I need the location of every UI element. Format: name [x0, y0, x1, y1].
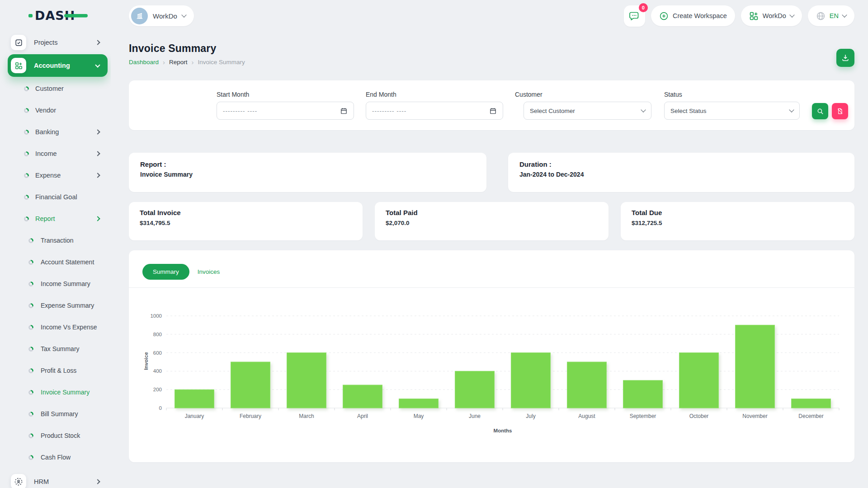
sidebar-item-transaction[interactable]: Transaction: [8, 230, 108, 251]
x-tick-label: June: [469, 413, 481, 419]
report-card-title: Report :: [140, 160, 475, 168]
sidebar-item-vendor[interactable]: Vendor: [8, 99, 108, 121]
sidebar-item-label: Transaction: [41, 237, 74, 244]
sidebar-item-label: Tax Summary: [41, 345, 80, 352]
grid-plus-icon: [11, 58, 26, 73]
language-selector[interactable]: EN: [808, 5, 854, 26]
y-tick-label: 400: [153, 368, 162, 374]
bullet-icon: [28, 390, 33, 395]
workspace-avatar: [131, 8, 148, 24]
start-month-input[interactable]: --------- ----: [217, 102, 354, 120]
bar-september[interactable]: [623, 380, 663, 408]
search-icon: [816, 108, 824, 115]
bar-january[interactable]: [175, 389, 214, 408]
y-axis-title: Invoice: [143, 352, 149, 370]
bar-august[interactable]: [567, 362, 607, 408]
sidebar-item-profit-loss[interactable]: Profit & Loss: [8, 360, 108, 381]
sidebar-item-hrm[interactable]: HRM: [8, 471, 108, 488]
bar-october[interactable]: [679, 353, 719, 408]
sidebar-item-label: Income Summary: [41, 280, 90, 287]
tab-invoices[interactable]: Invoices: [197, 264, 221, 280]
chat-bubble-icon: [629, 10, 640, 21]
page-title: Invoice Summary: [129, 42, 245, 55]
sidebar-item-income[interactable]: Income: [8, 143, 108, 164]
total-due-value: $312,725.5: [632, 220, 844, 226]
sidebar-item-accounting[interactable]: Accounting: [8, 54, 108, 77]
bar-april[interactable]: [343, 385, 382, 408]
x-tick-label: April: [357, 413, 368, 419]
tab-summary[interactable]: Summary: [142, 264, 189, 280]
sidebar-item-label: Banking: [35, 128, 59, 136]
y-tick-label: 1000: [150, 313, 162, 319]
workspace-selector[interactable]: WorkDo: [129, 5, 194, 26]
dash-logo-icon: DASH: [28, 6, 96, 24]
x-tick-label: February: [240, 413, 261, 419]
apply-filter-button[interactable]: [812, 103, 828, 119]
sidebar-item-account-statement[interactable]: Account Statement: [8, 251, 108, 273]
workspace-menu-button[interactable]: WorkDo: [741, 5, 802, 26]
x-tick-label: May: [414, 413, 424, 419]
status-select-value: Select Status: [670, 108, 707, 114]
bar-june[interactable]: [455, 371, 495, 408]
sidebar-item-expense[interactable]: Expense: [8, 164, 108, 186]
bar-february[interactable]: [231, 362, 270, 408]
total-due-label: Total Due: [632, 209, 844, 216]
sidebar-item-invoice-summary[interactable]: Invoice Summary: [8, 381, 108, 403]
app-logo[interactable]: DASH: [0, 6, 111, 26]
sidebar-item-bill-summary[interactable]: Bill Summary: [8, 403, 108, 425]
breadcrumb-dashboard-link[interactable]: Dashboard: [129, 59, 159, 66]
bullet-icon: [28, 238, 33, 243]
chevron-down-icon: [842, 12, 847, 17]
notification-badge: 0: [639, 3, 648, 12]
x-tick-label: October: [689, 413, 709, 419]
sidebar-item-tax-summary[interactable]: Tax Summary: [8, 338, 108, 360]
sidebar-item-banking[interactable]: Banking: [8, 121, 108, 143]
invoice-bar-chart: 02004006008001000JanuaryFebruaryMarchApr…: [142, 293, 841, 442]
x-tick-label: December: [798, 413, 823, 419]
bullet-icon: [28, 368, 33, 373]
tab-divider: [129, 287, 854, 288]
chart-card: Summary Invoices 02004006008001000Januar…: [129, 250, 854, 462]
globe-icon: [816, 11, 826, 21]
end-month-input[interactable]: --------- ----: [366, 102, 503, 120]
total-invoice-value: $314,795.5: [140, 220, 352, 226]
create-workspace-button[interactable]: Create Workspace: [651, 5, 735, 26]
status-select[interactable]: Select Status: [664, 102, 800, 120]
plus-circle-icon: [659, 11, 669, 21]
download-report-button[interactable]: [836, 49, 854, 67]
sidebar-item-label: Income Vs Expense: [41, 324, 97, 331]
customer-label: Customer: [515, 91, 651, 98]
sidebar-item-customer[interactable]: Customer: [8, 78, 108, 99]
workspace-name: WorkDo: [153, 12, 177, 20]
sidebar-item-income-summary[interactable]: Income Summary: [8, 273, 108, 295]
sidebar-item-financial-goal[interactable]: Financial Goal: [8, 186, 108, 208]
chevron-down-icon: [181, 12, 186, 17]
bar-may[interactable]: [399, 399, 439, 408]
building-icon: [135, 11, 144, 20]
bar-july[interactable]: [511, 353, 551, 408]
sidebar-item-label: Bill Summary: [41, 410, 78, 418]
customer-select[interactable]: Select Customer: [524, 102, 651, 120]
grid-plus-icon: [749, 11, 759, 21]
sidebar-item-label: Financial Goal: [35, 193, 77, 201]
sidebar-item-projects[interactable]: Projects: [8, 32, 108, 53]
report-card-value: Invoice Summary: [140, 171, 475, 178]
start-month-label: Start Month: [217, 91, 354, 98]
sidebar-item-cash-flow[interactable]: Cash Flow: [8, 446, 108, 468]
bar-march[interactable]: [287, 353, 326, 408]
bar-december[interactable]: [792, 399, 831, 408]
chevron-right-icon: [95, 216, 100, 221]
sidebar-item-income-vs-expense[interactable]: Income Vs Expense: [8, 316, 108, 338]
duration-card-value: Jan-2024 to Dec-2024: [519, 171, 843, 178]
sidebar-item-product-stock[interactable]: Product Stock: [8, 425, 108, 446]
bars-group: [175, 325, 831, 408]
x-tick-label: September: [630, 413, 656, 419]
sidebar-item-expense-summary[interactable]: Expense Summary: [8, 295, 108, 316]
sidebar-item-report[interactable]: Report: [8, 208, 108, 230]
messages-button[interactable]: 0: [624, 5, 645, 27]
bar-november[interactable]: [736, 325, 775, 408]
invoice-chart: 02004006008001000JanuaryFebruaryMarchApr…: [142, 293, 841, 444]
bullet-icon: [28, 347, 33, 352]
chevron-down-icon: [789, 12, 794, 17]
reset-filter-button[interactable]: [832, 103, 848, 119]
